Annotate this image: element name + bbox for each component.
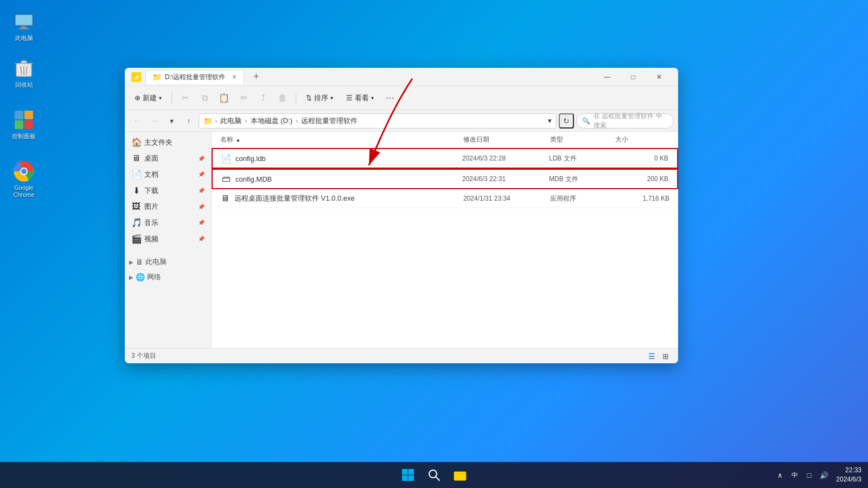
recycle-bin-icon [13,57,35,79]
file-modified: 2024/6/3 22:28 [462,155,549,162]
sidebar: 🏠 主文件夹 🖥 桌面 📌 📄 文档 📌 ⬇ 下载 📌 🖼 图片 [125,132,212,348]
list-view-button[interactable]: ☰ [646,350,658,362]
file-modified: 2024/1/31 23:34 [463,195,550,202]
my-computer-icon [13,11,35,33]
file-name: 远程桌面连接批量管理软件 V1.0.0.exe [234,194,355,203]
file-rows-container: 📄 config.ldb 2024/6/3 22:28 LDB 文件 0 KB … [212,148,678,208]
up-dropdown-button[interactable]: ▾ [164,113,179,129]
taskbar-time[interactable]: 22:33 2024/6/3 [836,466,861,484]
window-controls: — □ ✕ [595,68,672,86]
sort-button[interactable]: ⇅ 排序 ▾ [301,89,339,107]
sidebar-item-music[interactable]: 🎵 音乐 📌 [127,215,209,230]
taskbar: ∧ 中 □ 🔊 22:33 2024/6/3 [0,462,868,488]
view-chevron-icon: ▾ [371,95,374,101]
pin-icon-downloads: 📌 [198,188,205,194]
desktop-icon-control-panel[interactable]: 控制面板 [4,106,43,143]
file-name: config.ldb [235,155,266,163]
taskbar-center [397,464,471,486]
tray-ime[interactable]: 中 [788,468,801,482]
start-button[interactable] [397,464,419,486]
sort-icon: ⇅ [306,94,312,102]
col-header-name[interactable]: 名称 ▲ [220,135,463,144]
share-button[interactable]: ⤴ [254,89,272,107]
toolbar: ⊕ 新建 ▾ ✂ ⧉ 📋 ✏ ⤴ 🗑 ⇅ 排序 ▾ ☰ 看看 ▾ ⋯ [125,86,678,110]
network-arrow-icon: ▶ [129,274,133,280]
maximize-button[interactable]: □ [621,68,646,86]
file-row[interactable]: 🖥 远程桌面连接批量管理软件 V1.0.0.exe 2024/1/31 23:3… [212,189,678,208]
col-header-size[interactable]: 大小 [615,135,669,144]
col-header-type[interactable]: 类型 [550,135,615,144]
file-icon: 🗃 [221,173,231,185]
copy-button[interactable]: ⧉ [196,89,213,107]
control-panel-icon [13,109,35,131]
up-button[interactable]: ↑ [181,113,196,129]
sidebar-item-pictures[interactable]: 🖼 图片 📌 [127,199,209,214]
file-row[interactable]: 🗃 config.MDB 2024/6/3 22:31 MDB 文件 200 K… [212,169,678,189]
address-path[interactable]: 📁 › 此电脑 › 本地磁盘 (D:) › 远程批量管理软件 ▾ [199,113,557,129]
file-row[interactable]: 📄 config.ldb 2024/6/3 22:28 LDB 文件 0 KB [212,148,678,169]
sidebar-item-main-folder[interactable]: 🏠 主文件夹 [127,134,209,150]
status-text: 3 个项目 [131,351,156,361]
desktop-icon-recycle-bin[interactable]: 回收站 [4,54,43,92]
tray-volume[interactable]: 🔊 [816,469,832,481]
path-dropdown-icon[interactable]: ▾ [548,117,552,125]
file-size: 1,716 KB [615,195,669,202]
back-button[interactable]: ← [129,113,144,129]
title-tab[interactable]: 📁 D:\远程批量管理软件 ✕ [145,70,244,84]
more-button[interactable]: ⋯ [381,89,399,107]
svg-rect-14 [402,469,408,475]
sidebar-section-network[interactable]: ▶ 🌐 网络 [125,270,211,284]
tray-chevron[interactable]: ∧ [774,469,786,481]
file-name-cell: 📄 config.ldb [221,152,462,164]
explorer-window: 📁 📁 D:\远程批量管理软件 ✕ + — □ ✕ ⊕ 新建 ▾ ✂ ⧉ 📋 ✏… [125,68,678,363]
path-local-disk[interactable]: 本地磁盘 (D:) [250,115,293,126]
taskbar-explorer-button[interactable] [449,464,471,486]
search-placeholder: 在 远程批量管理软件 中搜索 [593,112,668,130]
taskbar-search-button[interactable] [423,464,445,486]
forward-button[interactable]: → [146,113,162,129]
path-current-folder[interactable]: 远程批量管理软件 [300,115,359,126]
pin-icon-pictures: 📌 [198,204,205,210]
rename-button[interactable]: ✏ [235,89,252,107]
minimize-button[interactable]: — [595,68,620,86]
sidebar-item-downloads[interactable]: ⬇ 下载 📌 [127,183,209,198]
pin-icon-desktop: 📌 [198,156,205,162]
new-icon: ⊕ [135,94,141,102]
svg-point-12 [21,169,27,174]
control-panel-label: 控制面板 [12,133,36,140]
grid-view-button[interactable]: ⊞ [660,350,672,362]
system-tray: ∧ 中 □ 🔊 [774,468,832,482]
desktop-icon-google-chrome[interactable]: Google Chrome [4,157,43,202]
new-tab-button[interactable]: + [248,70,264,84]
svg-rect-15 [409,469,414,475]
view-toggle: ☰ ⊞ [646,350,672,362]
sidebar-item-desktop[interactable]: 🖥 桌面 📌 [127,151,209,166]
this-pc-arrow-icon: ▶ [129,259,133,265]
close-button[interactable]: ✕ [647,68,672,86]
sidebar-item-documents[interactable]: 📄 文档 📌 [127,166,209,182]
title-bar-folder-icon: 📁 [131,72,141,82]
google-chrome-icon [13,160,35,182]
pin-icon-music: 📌 [198,220,205,226]
paste-button[interactable]: 📋 [215,89,233,107]
search-icon: 🔍 [582,117,590,125]
cut-button[interactable]: ✂ [176,89,194,107]
tab-close-icon[interactable]: ✕ [232,73,237,81]
tray-display[interactable]: □ [803,469,814,481]
delete-button[interactable]: 🗑 [274,89,291,107]
file-modified: 2024/6/3 22:31 [462,175,549,183]
file-size: 200 KB [614,175,668,183]
col-header-modified[interactable]: 修改日期 [463,135,550,144]
search-box[interactable]: 🔍 在 远程批量管理软件 中搜索 [576,113,674,129]
desktop-icon-my-computer[interactable]: 此电脑 [4,8,43,45]
sidebar-section-this-pc[interactable]: ▶ 🖥 此电脑 [125,255,211,269]
new-button[interactable]: ⊕ 新建 ▾ [129,89,167,107]
refresh-button[interactable]: ↻ [559,113,574,129]
sidebar-item-videos[interactable]: 🎬 视频 📌 [127,231,209,247]
svg-rect-17 [409,476,414,481]
path-this-pc[interactable]: 此电脑 [219,115,242,126]
title-bar: 📁 📁 D:\远程批量管理软件 ✕ + — □ ✕ [125,68,678,86]
file-list: 名称 ▲ 修改日期 类型 大小 📄 config.ldb 2024/6/3 22… [212,132,678,348]
view-button[interactable]: ☰ 看看 ▾ [341,89,379,107]
sort-asc-icon: ▲ [235,137,241,143]
